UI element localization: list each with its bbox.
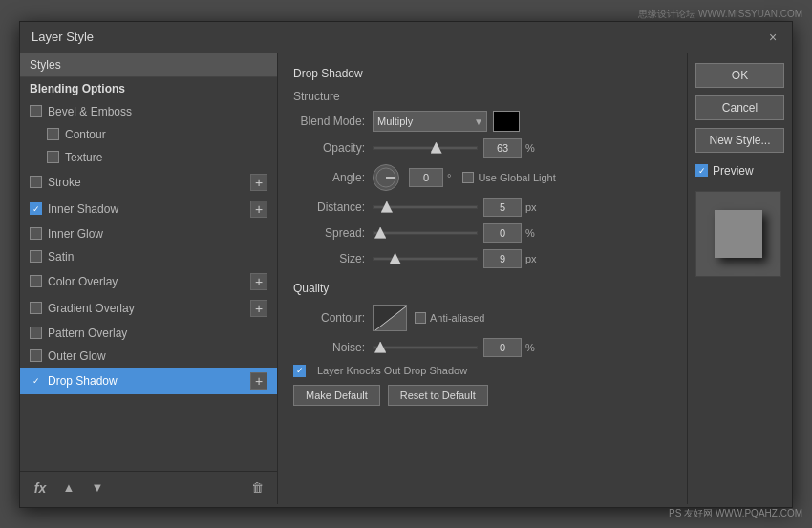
left-panel: Styles Blending Options Bevel & Emboss C… <box>20 53 278 504</box>
stroke-add-button[interactable]: + <box>250 174 267 191</box>
sidebar-item-gradient-overlay[interactable]: Gradient Overlay + <box>20 295 277 322</box>
contour-checkbox[interactable] <box>47 128 59 140</box>
sidebar-item-satin[interactable]: Satin <box>20 245 277 268</box>
inner-glow-checkbox[interactable] <box>30 227 42 240</box>
noise-slider[interactable] <box>373 340 478 355</box>
sidebar-item-drop-shadow[interactable]: Drop Shadow + <box>20 368 277 394</box>
spread-slider[interactable] <box>373 225 478 241</box>
right-panel: OK Cancel New Style... ✓ Preview <box>687 53 792 504</box>
sidebar-item-color-overlay[interactable]: Color Overlay + <box>20 268 277 295</box>
inner-glow-label: Inner Glow <box>48 227 103 241</box>
stroke-checkbox[interactable] <box>30 176 42 188</box>
use-global-light-checkbox[interactable] <box>462 172 474 183</box>
pattern-overlay-checkbox[interactable] <box>30 327 42 339</box>
opacity-row: Opacity: % <box>293 138 672 158</box>
inner-shadow-add-button[interactable]: + <box>250 201 267 218</box>
distance-slider[interactable] <box>373 200 478 215</box>
anti-aliased-row: Anti-aliased <box>415 312 484 324</box>
noise-label: Noise: <box>293 341 365 354</box>
opacity-slider[interactable] <box>373 140 478 156</box>
bevel-emboss-checkbox[interactable] <box>30 105 42 117</box>
opacity-label: Opacity: <box>293 141 365 155</box>
texture-checkbox[interactable] <box>47 151 59 163</box>
use-global-light-label: Use Global Light <box>478 172 555 183</box>
section-title: Drop Shadow <box>293 67 672 80</box>
cancel-button[interactable]: Cancel <box>695 95 784 120</box>
opacity-track <box>373 146 478 150</box>
opacity-input[interactable] <box>483 138 522 158</box>
close-button[interactable]: × <box>765 30 780 45</box>
size-label: Size: <box>293 252 365 265</box>
make-default-button[interactable]: Make Default <box>293 385 380 406</box>
blend-mode-row: Blend Mode: Multiply Normal Screen Overl… <box>293 111 672 132</box>
inner-shadow-checkbox[interactable] <box>30 202 42 215</box>
distance-unit: px <box>525 201 537 213</box>
drop-shadow-label: Drop Shadow <box>48 374 118 388</box>
distance-label: Distance: <box>293 201 365 214</box>
center-panel: Drop Shadow Structure Blend Mode: Multip… <box>278 53 687 504</box>
size-slider[interactable] <box>373 251 478 266</box>
sidebar-item-stroke[interactable]: Stroke + <box>20 169 277 196</box>
dialog-title: Layer Style <box>32 30 94 44</box>
quality-section: Quality Contour: Anti-alias <box>293 282 672 357</box>
fx-label: fx <box>34 480 46 496</box>
bevel-emboss-label: Bevel & Emboss <box>48 105 132 118</box>
sidebar-item-blending-options[interactable]: Blending Options <box>20 77 277 100</box>
move-down-button[interactable]: ▼ <box>87 477 108 498</box>
sidebar-item-pattern-overlay[interactable]: Pattern Overlay <box>20 322 277 345</box>
watermark: 思缘设计论坛 WWW.MISSYUAN.COM <box>638 8 802 21</box>
satin-checkbox[interactable] <box>30 250 42 263</box>
contour-label: Contour <box>65 128 106 141</box>
layer-knocks-label: Layer Knocks Out Drop Shadow <box>317 365 467 376</box>
color-overlay-add-button[interactable]: + <box>250 273 267 290</box>
gradient-overlay-checkbox[interactable] <box>30 302 42 314</box>
spread-track <box>373 231 478 235</box>
use-global-light-row: Use Global Light <box>462 172 555 183</box>
size-track <box>373 257 478 261</box>
drop-shadow-add-button[interactable]: + <box>250 372 267 390</box>
ok-button[interactable]: OK <box>695 63 784 88</box>
contour-row: Contour: Anti-aliased <box>293 305 672 331</box>
contour-label: Contour: <box>293 311 365 325</box>
angle-dial[interactable] <box>373 164 399 191</box>
distance-input[interactable] <box>483 198 522 217</box>
blend-color-swatch[interactable] <box>493 111 520 132</box>
down-icon: ▼ <box>92 480 104 495</box>
noise-track <box>373 346 478 349</box>
distance-row: Distance: px <box>293 198 672 217</box>
blend-mode-select[interactable]: Multiply Normal Screen Overlay <box>373 111 487 132</box>
sidebar-item-bevel-emboss[interactable]: Bevel & Emboss <box>20 100 277 123</box>
move-up-button[interactable]: ▲ <box>58 477 79 498</box>
sidebar-item-inner-shadow[interactable]: Inner Shadow + <box>20 196 277 222</box>
stroke-label: Stroke <box>48 176 81 189</box>
new-style-button[interactable]: New Style... <box>695 128 784 153</box>
contour-preview[interactable] <box>373 305 407 331</box>
spread-row: Spread: % <box>293 223 672 243</box>
sidebar-item-contour[interactable]: Contour <box>20 123 277 146</box>
pattern-overlay-label: Pattern Overlay <box>48 327 127 340</box>
sidebar-item-texture[interactable]: Texture <box>20 146 277 169</box>
sidebar-item-outer-glow[interactable]: Outer Glow <box>20 345 277 368</box>
size-input[interactable] <box>483 249 522 268</box>
spread-label: Spread: <box>293 226 365 240</box>
spread-unit: % <box>525 227 535 239</box>
default-buttons-row: Make Default Reset to Default <box>293 385 672 406</box>
outer-glow-checkbox[interactable] <box>30 349 42 362</box>
anti-aliased-checkbox[interactable] <box>415 312 426 324</box>
drop-shadow-checkbox[interactable] <box>30 374 42 387</box>
delete-button[interactable]: 🗑 <box>246 477 267 498</box>
noise-input[interactable] <box>483 338 522 357</box>
layer-knocks-checkbox[interactable] <box>293 365 306 377</box>
sidebar-item-inner-glow[interactable]: Inner Glow <box>20 222 277 245</box>
size-unit: px <box>525 253 537 264</box>
opacity-unit: % <box>525 142 535 154</box>
fx-button[interactable]: fx <box>30 477 51 498</box>
anti-aliased-label: Anti-aliased <box>430 312 484 324</box>
spread-input[interactable] <box>483 223 522 243</box>
angle-input[interactable] <box>409 168 443 187</box>
left-toolbar: fx ▲ ▼ 🗑 <box>20 471 277 504</box>
color-overlay-checkbox[interactable] <box>30 275 42 287</box>
preview-checkbox[interactable]: ✓ <box>695 164 708 177</box>
gradient-overlay-add-button[interactable]: + <box>250 300 267 317</box>
reset-default-button[interactable]: Reset to Default <box>388 385 488 406</box>
